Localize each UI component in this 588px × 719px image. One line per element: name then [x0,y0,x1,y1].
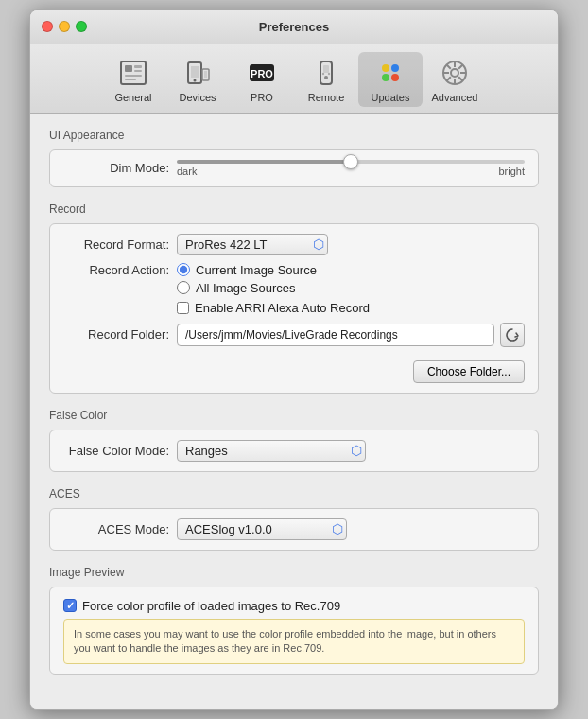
toolbar-item-devices[interactable]: Devices [165,52,230,107]
radio-all-sources-label: All Image Sources [196,281,296,295]
record-format-select-wrapper: ProRes 422 LT ProRes 422 ProRes 422 HQ P… [177,234,328,255]
record-format-select[interactable]: ProRes 422 LT ProRes 422 ProRes 422 HQ P… [177,234,328,255]
minimize-button[interactable] [59,21,70,32]
choose-folder-row: Choose Folder... [63,355,525,383]
toolbar: General Devices PRO [30,44,558,114]
toolbar-item-remote[interactable]: Remote [294,52,358,107]
image-preview-box: Force color profile of loaded images to … [49,587,539,675]
aces-mode-row: ACES Mode: ACESlog v1.0.0 ACEScc ACEScct… [63,518,525,540]
aces-mode-select[interactable]: ACESlog v1.0.0 ACEScc ACEScct [177,518,347,540]
false-color-box: False Color Mode: Ranges Exposure Zone S… [49,430,539,472]
svg-point-19 [391,64,399,72]
folder-icon-button[interactable] [500,323,525,347]
radio-all-sources[interactable] [177,281,190,294]
folder-refresh-icon [505,327,520,342]
force-color-profile-row: Force color profile of loaded images to … [63,599,525,613]
updates-icon [373,56,407,90]
svg-point-21 [391,74,399,81]
close-button[interactable] [42,21,53,32]
folder-row [177,323,525,347]
svg-line-30 [458,64,462,68]
image-preview-info-box: In some cases you may want to use the co… [63,619,525,665]
svg-rect-10 [204,71,207,78]
window-title: Preferences [259,20,329,34]
svg-point-15 [324,76,328,79]
toolbar-item-general[interactable]: General [101,52,165,107]
aces-mode-select-wrapper: ACESlog v1.0.0 ACEScc ACEScct ⬡ [177,518,347,540]
image-preview-section: Image Preview Force color profile of loa… [49,566,539,675]
folder-path-input[interactable] [177,324,494,346]
general-icon [116,56,150,90]
pro-icon: PRO [245,56,279,90]
svg-rect-7 [191,66,199,78]
false-color-mode-label: False Color Mode: [63,444,177,458]
maximize-button[interactable] [76,21,87,32]
svg-point-17 [328,72,330,74]
toolbar-pro-label: PRO [251,92,273,103]
svg-line-29 [458,77,462,80]
svg-rect-4 [125,75,142,77]
choose-folder-button[interactable]: Choose Folder... [413,360,525,383]
svg-rect-2 [134,65,142,68]
enable-arri-checkbox[interactable] [177,302,189,314]
record-folder-row: Record Folder: [63,323,525,347]
false-color-title: False Color [49,409,539,422]
preferences-window: Preferences General [29,9,559,710]
dim-mode-label: Dim Mode: [63,161,177,175]
record-action-radio-group: Current Image Source All Image Sources E… [177,263,370,315]
record-box: Record Format: ProRes 422 LT ProRes 422 … [49,223,539,394]
ui-appearance-box: Dim Mode: dark bright [49,149,539,187]
content-area: UI Appearance Dim Mode: dark bright Reco… [30,114,558,710]
false-color-section: False Color False Color Mode: Ranges Exp… [49,409,539,472]
svg-line-28 [447,64,451,68]
toolbar-updates-label: Updates [372,92,410,103]
image-preview-info-text: In some cases you may want to use the co… [74,628,496,654]
toolbar-item-advanced[interactable]: Advanced [423,52,487,107]
false-color-mode-select[interactable]: Ranges Exposure Zone System [177,440,366,462]
ui-appearance-section: UI Appearance Dim Mode: dark bright [49,129,539,187]
record-folder-label: Record Folder: [63,327,177,342]
toolbar-general-label: General [114,92,151,103]
aces-box: ACES Mode: ACESlog v1.0.0 ACEScc ACEScct… [49,508,539,551]
force-color-profile-checkbox[interactable] [63,599,77,612]
traffic-lights [42,21,87,32]
svg-rect-1 [125,65,132,72]
titlebar: Preferences [30,10,558,44]
svg-point-23 [451,69,458,77]
svg-point-18 [382,64,389,72]
svg-point-8 [194,79,197,81]
false-color-select-wrapper: Ranges Exposure Zone System ⬡ [177,440,366,462]
record-action-label: Record Action: [63,263,177,277]
svg-rect-14 [323,65,329,73]
slider-dark-label: dark [177,166,197,177]
svg-point-20 [382,74,389,81]
radio-current-source-label: Current Image Source [196,263,317,277]
svg-rect-0 [121,61,146,84]
ui-appearance-title: UI Appearance [49,129,539,142]
record-action-row: Record Action: Current Image Source All … [63,263,525,315]
devices-icon [181,56,215,90]
radio-current-source-row: Current Image Source [177,263,370,277]
toolbar-item-updates[interactable]: Updates [358,52,423,107]
false-color-mode-row: False Color Mode: Ranges Exposure Zone S… [63,440,525,462]
toolbar-devices-label: Devices [179,92,216,103]
svg-line-31 [447,77,451,80]
toolbar-item-pro[interactable]: PRO PRO [230,52,294,107]
svg-text:PRO: PRO [251,68,273,79]
remote-icon [309,56,343,90]
dim-mode-row: Dim Mode: dark bright [63,160,525,177]
record-title: Record [49,202,539,216]
slider-labels: dark bright [177,166,525,177]
aces-title: ACES [49,487,539,500]
aces-mode-label: ACES Mode: [63,522,177,536]
record-section: Record Record Format: ProRes 422 LT ProR… [49,202,539,394]
record-format-label: Record Format: [63,237,177,252]
svg-rect-5 [125,79,136,80]
advanced-icon [438,56,472,90]
record-format-row: Record Format: ProRes 422 LT ProRes 422 … [63,234,525,255]
toolbar-remote-label: Remote [308,92,345,103]
radio-current-source[interactable] [177,263,190,276]
svg-rect-3 [134,70,142,72]
dim-mode-slider[interactable] [177,160,525,164]
image-preview-title: Image Preview [49,566,539,579]
